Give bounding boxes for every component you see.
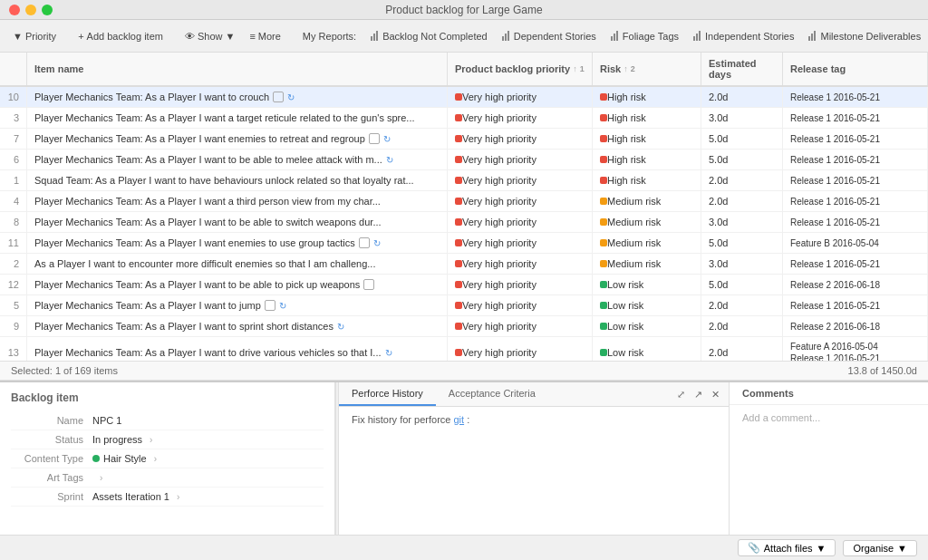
refresh-icon[interactable]: ↻ [383,134,391,144]
refresh-icon[interactable]: ↻ [279,301,286,311]
priority-text: Very high priority [462,321,536,332]
priority-label: Priority [25,31,56,42]
refresh-icon[interactable]: ↻ [385,348,392,358]
add-icon: + [78,31,83,42]
field-value[interactable]: In progress› [92,434,152,445]
close-tab-icon[interactable]: ✕ [710,387,721,402]
table-row[interactable]: 3Player Mechanics Team: As a Player I wa… [0,108,928,129]
organise-label: Organise [853,543,894,554]
risk-dot [600,177,607,184]
attach-files-button[interactable]: 📎 Attach files ▼ [738,539,836,556]
perforce-text: Fix history for perforce [352,414,453,425]
chart-icon-3 [611,31,618,41]
comments-label: Comments [730,382,928,405]
release-label: Release 1 2016-05-21 [790,197,880,207]
independent-stories-badge[interactable]: Independent Stories [688,28,799,44]
col-header-days[interactable]: Estimated days [701,53,783,85]
col-header-name[interactable]: Item name [27,53,448,85]
row-number: 1 [0,170,27,190]
priority-dropdown[interactable]: ▼ Priority [7,28,62,44]
eye-icon: 👁 [185,31,195,42]
popout-icon[interactable]: ↗ [692,387,704,402]
table-row[interactable]: 12Player Mechanics Team: As a Player I w… [0,275,928,295]
row-risk: High risk [593,129,701,149]
refresh-icon[interactable]: ↻ [287,92,295,102]
col-header-risk[interactable]: Risk ↑ 2 [593,53,701,85]
tab-acceptance[interactable]: Acceptance Criteria [436,382,548,406]
expand-icon[interactable]: ⤢ [675,387,687,402]
table-area[interactable]: Item name Product backlog priority ↑ 1 R… [0,53,928,361]
risk-dot [600,302,607,309]
row-priority: Very high priority [448,212,593,232]
table-row[interactable]: 6Player Mechanics Team: As a Player I wa… [0,150,928,170]
col-header-priority[interactable]: Product backlog priority ↑ 1 [448,53,593,85]
table-row[interactable]: 4Player Mechanics Team: As a Player I wa… [0,191,928,212]
item-name-text: Player Mechanics Team: As a Player I wan… [34,154,382,165]
table-row[interactable]: 2As a Player I want to encounter more di… [0,254,928,275]
dependent-stories-badge[interactable]: Dependent Stories [497,28,602,44]
refresh-icon[interactable]: ↻ [373,238,381,248]
priority-dot [455,349,462,356]
table-row[interactable]: 13Player Mechanics Team: As a Player I w… [0,337,928,361]
foliage-tags-label: Foliage Tags [623,31,679,42]
row-priority: Very high priority [448,150,593,169]
field-row: Content TypeHair Style› [11,449,324,468]
extra-release-label: Release 1 2016-05-21 [790,353,880,361]
row-risk: Low risk [593,295,701,315]
maximize-button[interactable] [42,5,53,15]
backlog-not-completed-badge[interactable]: Backlog Not Completed [365,28,493,44]
row-risk: Medium risk [593,212,701,232]
priority-dot [455,302,462,309]
selected-count: Selected: 1 of 169 items [11,365,118,376]
checkbox-icon[interactable] [363,279,374,290]
add-backlog-button[interactable]: + Add backlog item [72,28,169,44]
checkbox-icon[interactable] [369,133,380,144]
row-number: 6 [0,150,27,169]
row-item-name: Player Mechanics Team: As a Player I wan… [27,316,448,336]
field-label: Sprint [11,491,92,502]
release-label: Release 2 2016-06-18 [790,322,880,332]
add-comment-field[interactable]: Add a comment... [730,405,928,535]
row-item-name: Player Mechanics Team: As a Player I wan… [27,108,448,128]
field-row: NameNPC 1 [11,411,324,430]
table-row[interactable]: 7Player Mechanics Team: As a Player I wa… [0,129,928,150]
row-priority: Very high priority [448,254,593,274]
close-button[interactable] [9,5,20,15]
release-label: Release 1 2016-05-21 [790,113,880,123]
table-row[interactable]: 8Player Mechanics Team: As a Player I wa… [0,212,928,233]
field-value[interactable]: › [92,473,102,483]
organise-button[interactable]: Organise ▼ [843,540,917,556]
item-name-text: Player Mechanics Team: As a Player I wan… [34,300,261,311]
show-dropdown[interactable]: 👁 Show ▼ [179,28,240,44]
checkbox-icon[interactable] [359,237,370,248]
field-value[interactable]: Assets Iteration 1› [92,491,179,502]
item-name-text: Player Mechanics Team: As a Player I wan… [34,133,365,144]
foliage-tags-badge[interactable]: Foliage Tags [605,28,684,44]
priority-dot [455,156,462,163]
item-name-text: As a Player I want to encounter more dif… [34,258,375,269]
col-header-release[interactable]: Release tag [783,53,928,85]
checkbox-icon[interactable] [273,92,284,102]
item-name-text: Player Mechanics Team: As a Player I wan… [34,217,382,227]
main-content: Item name Product backlog priority ↑ 1 R… [0,53,928,560]
table-row[interactable]: 9Player Mechanics Team: As a Player I wa… [0,316,928,337]
row-days: 3.0d [701,108,783,128]
tab-perforce[interactable]: Perforce History [339,382,436,406]
checkbox-icon[interactable] [265,300,276,311]
perforce-link[interactable]: git [453,414,464,425]
minimize-button[interactable] [25,5,36,15]
field-value[interactable]: Hair Style› [92,453,157,464]
risk-text: Low risk [607,321,643,332]
more-dropdown[interactable]: ≡ More [244,28,285,44]
refresh-icon[interactable]: ↻ [386,155,393,165]
risk-text: Low risk [607,347,643,358]
table-row[interactable]: 10Player Mechanics Team: As a Player I w… [0,87,928,108]
refresh-icon[interactable]: ↻ [337,322,344,332]
risk-text: Medium risk [607,196,661,207]
priority-text: Very high priority [462,279,536,290]
milestone-deliverables-badge[interactable]: Milestone Deliverables [803,28,926,44]
table-row[interactable]: 1Squad Team: As a Player I want to have … [0,170,928,191]
table-row[interactable]: 5Player Mechanics Team: As a Player I wa… [0,295,928,316]
row-item-name: Player Mechanics Team: As a Player I wan… [27,191,448,211]
table-row[interactable]: 11Player Mechanics Team: As a Player I w… [0,233,928,254]
